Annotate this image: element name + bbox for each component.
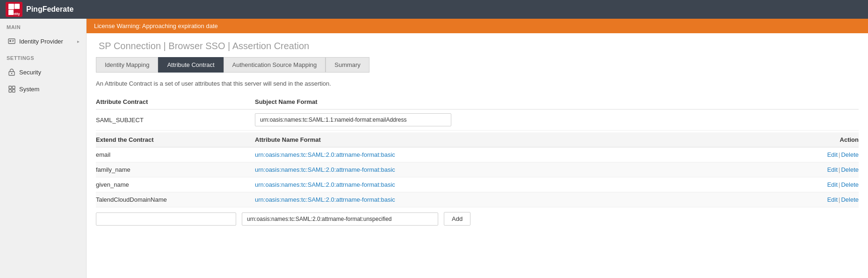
edit-link[interactable]: Edit	[827, 151, 838, 158]
table-row: given_name urn:oasis:names:tc:SAML:2.0:a…	[96, 177, 859, 192]
attr-format: urn:oasis:names:tc:SAML:2.0:attrname-for…	[255, 181, 803, 188]
add-button[interactable]: Add	[444, 212, 470, 226]
sidebar-item-label: System	[19, 86, 39, 93]
delete-link[interactable]: Delete	[841, 166, 859, 173]
action-col-header: Action	[803, 136, 859, 143]
tab-attribute-contract[interactable]: Attribute Contract	[158, 57, 223, 73]
page-title: SP Connection | Browser SSO | Assertion …	[99, 41, 309, 51]
sidebar-item-label: Identity Provider	[19, 38, 63, 45]
separator: |	[839, 151, 840, 158]
logo: Identity PingFederate	[6, 2, 73, 17]
sidebar-item-identity-provider[interactable]: Identity Provider ▸	[0, 33, 86, 50]
separator: |	[839, 181, 840, 188]
attr-name: email	[96, 151, 255, 158]
grid-icon	[8, 85, 15, 93]
subject-name-format-col-header: Subject Name Format	[255, 98, 859, 105]
attr-format: urn:oasis:names:tc:SAML:2.0:attrname-for…	[255, 166, 803, 173]
lock-icon	[8, 68, 15, 76]
delete-link[interactable]: Delete	[841, 196, 859, 203]
contract-rows-container: email urn:oasis:names:tc:SAML:2.0:attrna…	[96, 147, 859, 207]
svg-rect-13	[12, 89, 15, 92]
svg-rect-0	[8, 4, 14, 9]
svg-rect-11	[12, 86, 15, 89]
ping-logo-icon: Identity	[7, 3, 21, 16]
attr-name: TalendCloudDomainName	[96, 196, 255, 203]
new-attribute-format-select[interactable]: urn:oasis:names:tc:SAML:2.0:attrname-for…	[242, 212, 438, 226]
new-attribute-input[interactable]	[96, 212, 236, 226]
content-body: An Attribute Contract is a set of user a…	[87, 73, 868, 238]
extend-contract-header-row: Extend the Contract Attribute Name Forma…	[96, 132, 859, 147]
saml-subject-name: SAML_SUBJECT	[96, 117, 255, 124]
add-row: urn:oasis:names:tc:SAML:2.0:attrname-for…	[96, 207, 859, 230]
id-card-icon	[8, 37, 15, 45]
extend-contract-col-header: Extend the Contract	[96, 136, 255, 143]
attr-actions: Edit|Delete	[803, 166, 859, 173]
tab-identity-mapping[interactable]: Identity Mapping	[96, 57, 158, 73]
delete-link[interactable]: Delete	[841, 181, 859, 188]
svg-rect-12	[9, 89, 12, 92]
chevron-right-icon: ▸	[77, 39, 80, 44]
attribute-contract-header-row: Attribute Contract Subject Name Format	[96, 95, 859, 110]
new-format-select-wrapper: urn:oasis:names:tc:SAML:2.0:attrname-for…	[242, 212, 438, 226]
saml-subject-format-wrapper: urn:oasis:names:tc:SAML:1.1:nameid-forma…	[255, 113, 859, 126]
attr-format: urn:oasis:names:tc:SAML:2.0:attrname-for…	[255, 196, 803, 203]
sidebar-item-security[interactable]: Security	[0, 64, 86, 80]
tab-auth-source-mapping[interactable]: Authentication Source Mapping	[224, 57, 326, 73]
brand-name: PingFederate	[26, 5, 73, 14]
attr-name: family_name	[96, 166, 255, 173]
edit-link[interactable]: Edit	[827, 196, 838, 203]
sidebar-item-system[interactable]: System	[0, 80, 86, 97]
sidebar: MAIN Identity Provider ▸ SETTINGS	[0, 19, 87, 278]
svg-rect-5	[9, 40, 11, 42]
svg-rect-10	[9, 86, 12, 89]
separator: |	[839, 196, 840, 203]
tabs-container: Identity Mapping Attribute Contract Auth…	[87, 51, 868, 73]
saml-subject-row: SAML_SUBJECT urn:oasis:names:tc:SAML:1.1…	[96, 110, 859, 131]
edit-link[interactable]: Edit	[827, 181, 838, 188]
delete-link[interactable]: Delete	[841, 151, 859, 158]
content-area: License Warning: Approaching expiration …	[87, 19, 868, 278]
topbar: Identity PingFederate	[0, 0, 868, 19]
attr-format: urn:oasis:names:tc:SAML:2.0:attrname-for…	[255, 151, 803, 158]
subject-format-select-wrapper: urn:oasis:names:tc:SAML:1.1:nameid-forma…	[255, 113, 451, 126]
attr-name: given_name	[96, 181, 255, 188]
table-row: family_name urn:oasis:names:tc:SAML:2.0:…	[96, 162, 859, 177]
attr-actions: Edit|Delete	[803, 181, 859, 188]
ping-logo-box: Identity	[6, 2, 22, 17]
attribute-name-format-col-header: Attribute Name Format	[255, 136, 803, 143]
attr-actions: Edit|Delete	[803, 196, 859, 203]
main-section-label: MAIN	[0, 19, 86, 33]
table-row: email urn:oasis:names:tc:SAML:2.0:attrna…	[96, 147, 859, 162]
subject-name-format-select[interactable]: urn:oasis:names:tc:SAML:1.1:nameid-forma…	[255, 113, 451, 126]
page-header: SP Connection | Browser SSO | Assertion …	[87, 33, 868, 51]
description-text: An Attribute Contract is a set of user a…	[96, 80, 859, 87]
attr-actions: Edit|Delete	[803, 151, 859, 158]
settings-section-label: SETTINGS	[0, 50, 86, 64]
license-warning: License Warning: Approaching expiration …	[87, 19, 868, 33]
attribute-contract-col-header: Attribute Contract	[96, 98, 255, 105]
svg-point-9	[11, 73, 13, 74]
separator: |	[839, 166, 840, 173]
svg-rect-1	[14, 4, 20, 9]
sidebar-item-label: Security	[19, 69, 41, 76]
svg-text:Identity: Identity	[8, 12, 20, 16]
table-row: TalendCloudDomainName urn:oasis:names:tc…	[96, 192, 859, 207]
tab-summary[interactable]: Summary	[326, 57, 369, 73]
edit-link[interactable]: Edit	[827, 166, 838, 173]
